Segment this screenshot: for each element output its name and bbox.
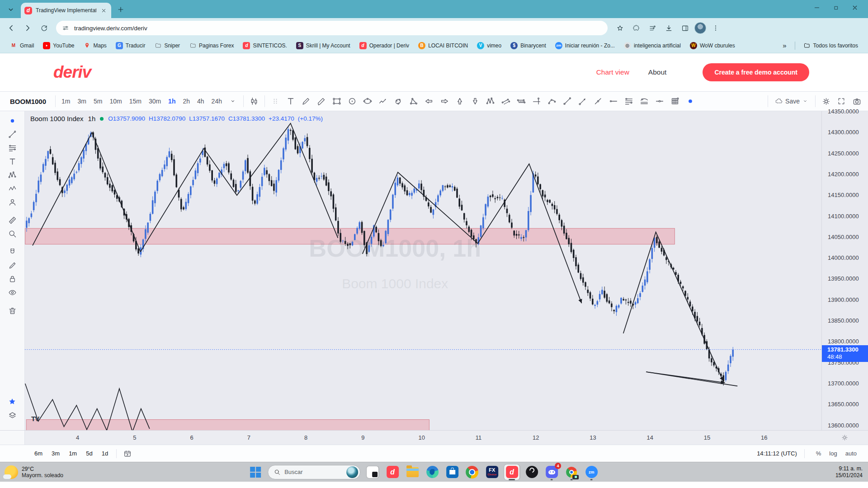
range-6m[interactable]: 6m: [31, 448, 46, 459]
window-maximize-icon[interactable]: [826, 0, 845, 15]
url-bar[interactable]: tradingview.deriv.com/deriv: [56, 21, 608, 35]
horizontal-line-pin-tool-icon[interactable]: [529, 94, 544, 109]
text-note-icon[interactable]: [4, 155, 21, 168]
bookmark-traducir[interactable]: GTraducir: [112, 40, 149, 51]
taskbar-app-deriv-app[interactable]: d: [385, 465, 400, 480]
chart-type-candles-icon[interactable]: [246, 94, 262, 109]
marker-tool-icon[interactable]: [314, 94, 329, 109]
range-1m[interactable]: 1m: [65, 448, 80, 459]
taskbar-app-discord[interactable]: 4: [544, 465, 559, 480]
media-controls-icon[interactable]: [646, 21, 659, 35]
interval-1m[interactable]: 1m: [58, 96, 73, 107]
go-to-date-icon[interactable]: [116, 449, 132, 458]
trend-line-tool-icon[interactable]: [560, 94, 575, 109]
bookmark-sinteticos-[interactable]: dSINTETICOS.: [239, 40, 290, 51]
point-line-tool-icon[interactable]: [590, 94, 606, 109]
price-axis[interactable]: 13781.3300 48:48 14350.000014300.0000142…: [821, 111, 868, 430]
time-axis[interactable]: 45678910111213141516: [25, 431, 821, 445]
bookmark-binarycent[interactable]: $Binarycent: [507, 40, 550, 51]
patterns-zigzag-icon[interactable]: [4, 182, 21, 195]
curve-channel-tool-icon[interactable]: [637, 94, 652, 109]
taskbar-app-obs-studio[interactable]: [524, 465, 539, 480]
nav-about[interactable]: About: [648, 68, 667, 76]
interval-5m[interactable]: 5m: [90, 96, 105, 107]
window-close-icon[interactable]: [845, 0, 864, 15]
bookmark-operador-deriv[interactable]: dOperador | Deriv: [356, 40, 413, 51]
object-tree-icon[interactable]: [4, 408, 21, 422]
log-scale-toggle[interactable]: log: [825, 448, 841, 459]
downloads-icon[interactable]: [662, 21, 675, 35]
create-demo-account-button[interactable]: Create a free demo account: [703, 63, 809, 81]
interval-2h[interactable]: 2h: [179, 96, 193, 107]
arrow-right-tool-icon[interactable]: [437, 94, 452, 109]
bookmark-inteligencia-artificial[interactable]: ◎inteligencia artificial: [620, 40, 684, 51]
fib-retracement-tool-icon[interactable]: [621, 94, 637, 109]
taskbar-app-deriv-trader[interactable]: d: [504, 465, 519, 480]
utc-clock[interactable]: 14:11:12 (UTC): [757, 450, 797, 457]
tradingview-logo[interactable]: TV: [31, 415, 39, 422]
crosshair-dot-icon[interactable]: [4, 114, 21, 127]
interval-3m[interactable]: 3m: [75, 96, 90, 107]
remove-drawings-trash-icon[interactable]: [4, 304, 21, 317]
screenshot-camera-icon[interactable]: [849, 94, 864, 109]
percent-scale-toggle[interactable]: %: [812, 448, 826, 459]
side-panel-icon[interactable]: [678, 21, 692, 35]
text-tool-icon[interactable]: [283, 94, 298, 109]
site-settings-icon[interactable]: [61, 24, 70, 32]
deriv-logo[interactable]: deriv: [53, 63, 91, 82]
chart-pane[interactable]: Boom 1000 Index 1h O13757.9090 H13782.07…: [25, 111, 821, 430]
chevron-down-icon[interactable]: [802, 98, 809, 105]
reload-icon[interactable]: [37, 21, 51, 35]
xabcd-pattern-icon[interactable]: [4, 168, 21, 182]
zoom-magnifier-icon[interactable]: [4, 227, 21, 240]
profile-avatar[interactable]: [694, 22, 706, 34]
arrow-line-tool-icon[interactable]: [575, 94, 590, 109]
back-icon[interactable]: [5, 21, 18, 35]
taskbar-app-file-explorer[interactable]: [405, 465, 420, 480]
menu-kebab-icon[interactable]: [709, 21, 722, 35]
trend-line-drawing[interactable]: [646, 372, 725, 383]
parallel-channel-tool-icon[interactable]: [514, 94, 529, 109]
interval-15m[interactable]: 15m: [126, 96, 145, 107]
window-minimize-icon[interactable]: [807, 0, 826, 15]
settings-gear-icon[interactable]: [818, 94, 834, 109]
bookmark-iniciar-reuni-n-zo-[interactable]: zmIniciar reunión - Zo...: [552, 40, 618, 51]
interval-4h[interactable]: 4h: [194, 96, 208, 107]
weather-widget[interactable]: 29°C Mayorm. soleado: [0, 465, 145, 479]
browser-tab[interactable]: d TradingView Implementation fo: [21, 3, 111, 18]
magnet-mode-icon[interactable]: [4, 245, 21, 258]
arc-tool-icon[interactable]: [544, 94, 560, 109]
channel-tool-icon[interactable]: [498, 94, 514, 109]
bookmarks-overflow-chevrons[interactable]: »: [779, 42, 790, 49]
tab-close-icon[interactable]: [100, 6, 108, 14]
curve-blob-tool-icon[interactable]: [391, 94, 406, 109]
fib-retracement-icon[interactable]: [4, 141, 21, 155]
taskbar-app-microsoft-store[interactable]: [444, 465, 460, 480]
ruler-measure-icon[interactable]: [4, 213, 21, 227]
favorites-star-icon[interactable]: [4, 395, 21, 408]
range-1d[interactable]: 1d: [98, 448, 112, 459]
taskbar-app-fx-choice[interactable]: FXChoice: [484, 465, 500, 480]
interval-1h[interactable]: 1h: [165, 96, 179, 107]
all-favorites-button[interactable]: Todos los favoritos: [800, 40, 862, 51]
fullscreen-icon[interactable]: [834, 94, 849, 109]
horizontal-dot-tool-icon[interactable]: [652, 94, 667, 109]
bookmark-gmail[interactable]: MGmail: [6, 40, 38, 51]
ellipse-tool-icon[interactable]: [360, 94, 375, 109]
range-5d[interactable]: 5d: [82, 448, 96, 459]
interval-10m[interactable]: 10m: [106, 96, 125, 107]
taskbar-app-meet-camera[interactable]: [564, 465, 579, 480]
bookmark-wow-cburules[interactable]: WWoW cburules: [686, 40, 739, 51]
save-button[interactable]: Save: [771, 97, 812, 106]
taskbar-search[interactable]: Buscar: [268, 465, 360, 479]
hide-drawings-eye-icon[interactable]: [4, 286, 21, 299]
bookmark-locai-bitcoin[interactable]: BLOCAI BITCOIN: [415, 40, 472, 51]
taskbar-clock[interactable]: 9:11 a. m. 15/01/2024: [835, 465, 863, 479]
horizontal-ray-tool-icon[interactable]: [606, 94, 621, 109]
xabcd-pattern-tool-icon[interactable]: [483, 94, 498, 109]
polyline-arrow-tool-icon[interactable]: [375, 94, 391, 109]
new-tab-button[interactable]: [115, 4, 127, 15]
dot-marker-tool-icon[interactable]: [683, 94, 698, 109]
arrow-down-tool-icon[interactable]: [467, 94, 483, 109]
taskbar-app-edge-browser[interactable]: [425, 465, 440, 480]
